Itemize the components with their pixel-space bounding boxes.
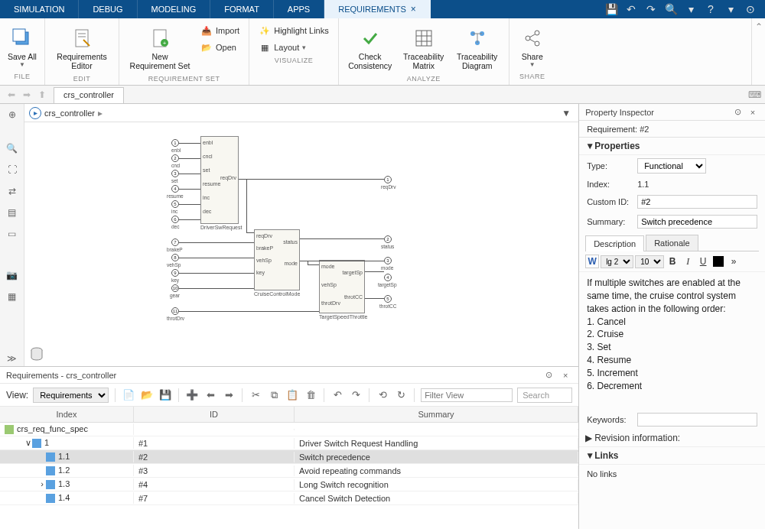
- tab-simulation[interactable]: SIMULATION: [0, 0, 79, 18]
- tab-format[interactable]: FORMAT: [210, 0, 274, 18]
- save-icon[interactable]: 💾: [158, 388, 172, 402]
- keywords-input[interactable]: [637, 413, 757, 427]
- traceability-diagram-button[interactable]: Traceability Diagram: [452, 23, 503, 73]
- back-icon[interactable]: ⬅: [5, 88, 18, 102]
- highlight-links-button[interactable]: ✨Highlight Links: [256, 23, 332, 38]
- requirements-editor-button[interactable]: Requirements Editor: [51, 23, 112, 73]
- check-consistency-button[interactable]: Check Consistency: [345, 23, 396, 73]
- inport-8[interactable]: 8: [171, 254, 179, 261]
- inport-11[interactable]: 11: [171, 307, 179, 315]
- expand-icon[interactable]: ≫: [5, 351, 20, 366]
- type-select[interactable]: Functional: [637, 158, 706, 174]
- table-row[interactable]: ∨1#1Driver Switch Request Handling: [0, 436, 578, 450]
- view-select[interactable]: Requirements: [33, 388, 109, 403]
- layout-button[interactable]: ▦Layout: [256, 40, 332, 55]
- import-button[interactable]: 📥Import: [197, 23, 243, 38]
- search-icon[interactable]: 🔍: [664, 2, 678, 16]
- outport-3[interactable]: 3: [384, 257, 392, 264]
- inport-9[interactable]: 9: [171, 269, 179, 277]
- redo-icon[interactable]: ↷: [349, 388, 363, 402]
- redo-icon[interactable]: ↷: [644, 2, 658, 16]
- outport-2[interactable]: 2: [384, 235, 392, 243]
- delete-icon[interactable]: 🗑: [304, 388, 317, 402]
- refresh-icon[interactable]: ↻: [394, 388, 408, 402]
- options-icon[interactable]: ⊙: [731, 106, 744, 118]
- undo-icon[interactable]: ↶: [330, 388, 344, 402]
- outport-1[interactable]: 1: [384, 176, 392, 183]
- more-icon[interactable]: »: [727, 255, 741, 268]
- inport-4[interactable]: 4: [171, 185, 179, 193]
- paste-icon[interactable]: 📋: [285, 388, 299, 402]
- model-canvas[interactable]: 1enbl 2cncl 3set 4resume 5inc 6dec 7brak…: [24, 122, 578, 366]
- filter-view-input[interactable]: [421, 388, 513, 402]
- section-links[interactable]: ▼Links: [579, 447, 765, 465]
- gear-icon[interactable]: ⊙: [744, 2, 757, 16]
- color-picker[interactable]: [711, 255, 725, 268]
- forward-icon[interactable]: ➡: [20, 88, 34, 102]
- description-editor[interactable]: If multiple switches are enabled at the …: [579, 272, 765, 410]
- new-requirement-set-button[interactable]: + New Requirement Set: [125, 23, 194, 73]
- undo-icon[interactable]: ↶: [624, 2, 638, 16]
- breadcrumb-dropdown[interactable]: ▼: [558, 106, 574, 120]
- search-input[interactable]: Search: [517, 388, 572, 403]
- tab-requirements[interactable]: REQUIREMENTS ×: [324, 0, 431, 18]
- inport-2[interactable]: 2: [171, 154, 179, 162]
- font-size-select[interactable]: 10: [635, 255, 664, 268]
- col-header-summary[interactable]: Summary: [295, 407, 578, 422]
- block-targetspeedthrottle[interactable]: mode vehSp throtDrv targetSp throtCC: [319, 260, 365, 313]
- pan-icon[interactable]: ⇄: [5, 183, 20, 199]
- tab-debug[interactable]: DEBUG: [79, 0, 137, 18]
- table-row[interactable]: 1.2#3Avoid repeating commands: [0, 464, 578, 478]
- font-style-select[interactable]: lg 2: [601, 255, 633, 268]
- copy-icon[interactable]: ⧉: [267, 388, 281, 402]
- up-icon[interactable]: ⬆: [35, 88, 49, 102]
- inport-10[interactable]: 10: [171, 284, 179, 292]
- tab-modeling[interactable]: MODELING: [138, 0, 211, 18]
- dropdown-icon[interactable]: ▾: [684, 2, 698, 16]
- model-icon[interactable]: ▸: [29, 107, 41, 119]
- bold-icon[interactable]: B: [666, 255, 679, 268]
- cut-icon[interactable]: ✂: [249, 388, 262, 402]
- section-revision-info[interactable]: ▶Revision information:: [579, 430, 765, 447]
- inport-5[interactable]: 5: [171, 200, 179, 208]
- camera-icon[interactable]: 📷: [5, 268, 20, 283]
- underline-icon[interactable]: U: [696, 255, 710, 268]
- new-reqset-icon[interactable]: 📄: [122, 388, 135, 402]
- col-header-index[interactable]: Index: [0, 407, 134, 422]
- open-button[interactable]: 📂Open: [197, 40, 243, 55]
- collapse-ribbon-icon[interactable]: ⌃: [755, 21, 763, 32]
- section-properties[interactable]: ▼Properties: [579, 138, 765, 155]
- close-icon[interactable]: ×: [411, 4, 416, 15]
- close-icon[interactable]: ×: [558, 368, 572, 382]
- open-folder-icon[interactable]: 📂: [140, 388, 154, 402]
- options-icon[interactable]: ⊙: [542, 368, 555, 382]
- outport-5[interactable]: 5: [384, 295, 392, 303]
- inport-6[interactable]: 6: [171, 216, 179, 223]
- inport-7[interactable]: 7: [171, 238, 179, 246]
- tab-apps[interactable]: APPS: [274, 0, 324, 18]
- help-icon[interactable]: ?: [704, 2, 718, 16]
- fit-icon[interactable]: ⛶: [5, 162, 20, 177]
- library-icon[interactable]: ▦: [5, 289, 20, 304]
- add-req-icon[interactable]: ➕: [185, 388, 199, 402]
- inport-3[interactable]: 3: [171, 170, 179, 177]
- outport-4[interactable]: 4: [384, 274, 392, 281]
- breadcrumb-root[interactable]: crs_controller: [44, 109, 95, 118]
- save-icon[interactable]: 💾: [604, 2, 618, 16]
- block-driverswrequest[interactable]: enbl cncl set resume inc dec reqDrv: [200, 136, 239, 224]
- customid-input[interactable]: [637, 195, 757, 209]
- tab-description[interactable]: Description: [585, 235, 644, 251]
- block-icon[interactable]: ▭: [5, 226, 20, 242]
- table-row[interactable]: 1.4#7Cancel Switch Detection: [0, 491, 578, 505]
- annotation-icon[interactable]: ▤: [5, 205, 20, 220]
- italic-icon[interactable]: I: [681, 255, 695, 268]
- save-all-button[interactable]: Save All ▼: [6, 23, 38, 71]
- close-icon[interactable]: ×: [747, 106, 759, 118]
- dropdown-icon[interactable]: ▾: [724, 2, 737, 16]
- explorer-icon[interactable]: ⊕: [5, 107, 20, 122]
- word-icon[interactable]: W: [585, 255, 599, 268]
- block-cruisecontrolmode[interactable]: reqDrv brakeP vehSp key status mode: [254, 229, 300, 290]
- promote-icon[interactable]: ⬅: [203, 388, 217, 402]
- demote-icon[interactable]: ➡: [222, 388, 236, 402]
- summary-input[interactable]: [637, 215, 757, 229]
